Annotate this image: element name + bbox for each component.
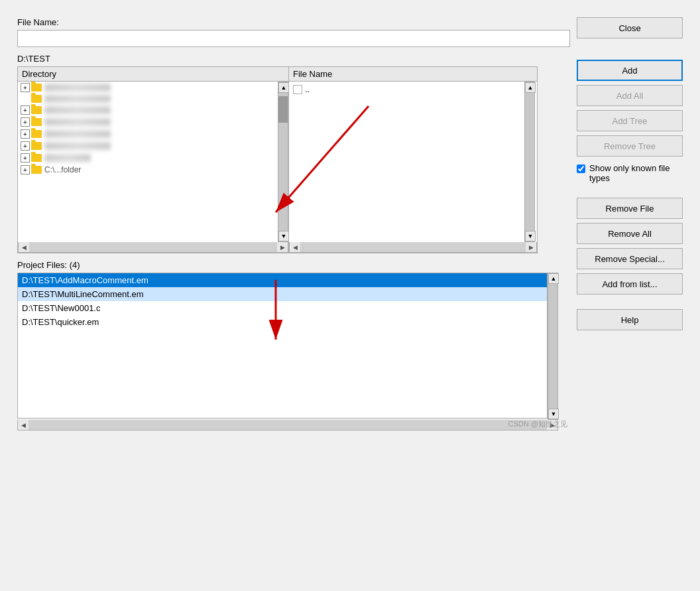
tree-item-label [44, 95, 111, 103]
project-file-item[interactable]: D:\TEST\AddMacroComment.em [18, 273, 547, 287]
expand-icon: + [21, 117, 30, 127]
left-content: File Name: D:\TEST Directory + [17, 17, 570, 430]
file-scroll-wrapper: .. ▲ ▼ [289, 82, 537, 242]
add-from-list-button[interactable]: Add from list... [577, 273, 683, 295]
spacer [577, 42, 683, 56]
add-tree-button[interactable]: Add Tree [577, 110, 683, 131]
file-name-row [17, 30, 570, 47]
file-scroll-down[interactable]: ▼ [525, 231, 536, 241]
dir-hscroll-track [29, 242, 277, 252]
file-name-input[interactable] [17, 30, 570, 47]
dir-scroll-up[interactable]: ▲ [278, 82, 289, 93]
folder-icon [31, 130, 42, 138]
project-files-list[interactable]: D:\TEST\AddMacroComment.em D:\TEST\Multi… [17, 273, 548, 419]
help-button[interactable]: Help [577, 309, 683, 330]
file-hscroll-right[interactable]: ▶ [526, 242, 536, 253]
file-hscroll[interactable]: ◀ ▶ [289, 242, 537, 253]
dir-scroll-wrapper: + + [18, 82, 288, 242]
file-hscroll-left[interactable]: ◀ [290, 242, 300, 253]
folder-icon [31, 95, 42, 103]
file-panel-content[interactable]: .. [289, 82, 524, 241]
tree-item-label [44, 106, 111, 114]
tree-item-label: C:\...folder [44, 165, 81, 174]
file-scroll-up[interactable]: ▲ [525, 82, 536, 93]
file-panel: File Name .. ▲ [289, 66, 538, 253]
tree-item[interactable]: + C:\...folder [18, 164, 278, 176]
folder-icon [31, 166, 42, 174]
file-item-label: .. [305, 84, 310, 94]
remove-all-button[interactable]: Remove All [577, 223, 683, 244]
directory-panel-content[interactable]: + + [18, 82, 278, 241]
tree-item[interactable]: + [18, 140, 278, 152]
expand-icon: + [21, 83, 30, 92]
expand-icon: + [21, 153, 30, 163]
file-icon [293, 85, 302, 94]
folder-icon [31, 142, 42, 150]
expand-icon: + [21, 105, 30, 115]
show-known-types-checkbox[interactable] [577, 164, 585, 173]
remove-file-button[interactable]: Remove File [577, 198, 683, 219]
project-files-hscroll[interactable]: ◀ ▶ [17, 420, 558, 430]
dir-scroll-thumb [278, 96, 288, 123]
spacer3 [577, 298, 683, 305]
directory-panel-header: Directory [18, 67, 288, 82]
tree-item-label [44, 84, 111, 92]
project-files-scroll-track [548, 284, 557, 409]
tree-item[interactable] [18, 94, 278, 104]
path-label: D:\TEST [17, 54, 570, 64]
dir-hscroll[interactable]: ◀ ▶ [18, 242, 288, 253]
dir-scroll-track [278, 93, 288, 231]
show-known-types-row: Show only known file types [577, 163, 683, 183]
file-hscroll-track [300, 242, 526, 252]
tree-item[interactable]: + [18, 152, 278, 164]
project-files-header: Project Files: (4) [17, 260, 570, 270]
panels-area: Directory + [17, 66, 570, 253]
directory-panel: Directory + [17, 66, 289, 253]
tree-item[interactable]: + [18, 82, 278, 94]
dir-vscrollbar[interactable]: ▲ ▼ [278, 82, 288, 242]
spacer2 [577, 187, 683, 194]
expand-icon: + [21, 165, 30, 174]
remove-tree-button[interactable]: Remove Tree [577, 135, 683, 157]
project-files-scroll-area: D:\TEST\AddMacroComment.em D:\TEST\Multi… [17, 273, 570, 430]
project-files-hscroll-track [29, 420, 547, 430]
folder-icon [31, 84, 42, 92]
project-files-list-wrapper: D:\TEST\AddMacroComment.em D:\TEST\Multi… [17, 273, 570, 420]
project-files-vscrollbar[interactable]: ▲ ▼ [548, 273, 558, 420]
file-panel-header: File Name [289, 67, 537, 82]
remove-special-button[interactable]: Remove Special... [577, 248, 683, 269]
folder-icon [31, 106, 42, 114]
tree-item-label [44, 154, 91, 162]
tree-item-label [44, 142, 111, 150]
project-files-scroll-down[interactable]: ▼ [548, 409, 559, 419]
right-sidebar: Close Add Add All Add Tree Remove Tree S… [577, 17, 683, 430]
main-dialog: File Name: D:\TEST Directory + [11, 11, 689, 437]
dir-hscroll-left[interactable]: ◀ [19, 242, 29, 253]
file-item[interactable]: .. [290, 83, 523, 96]
dir-hscroll-right[interactable]: ▶ [277, 242, 288, 253]
project-files-scroll-up[interactable]: ▲ [548, 273, 559, 284]
tree-item-label [44, 118, 111, 126]
add-all-button[interactable]: Add All [577, 85, 683, 106]
show-known-types-label: Show only known file types [589, 163, 683, 183]
dir-scroll-down[interactable]: ▼ [278, 231, 289, 241]
tree-item[interactable]: + [18, 128, 278, 140]
tree-item-label [44, 130, 111, 138]
project-file-item[interactable]: D:\TEST\quicker.em [18, 315, 547, 329]
panels-container: Directory + [17, 66, 570, 253]
tree-item[interactable]: + [18, 104, 278, 116]
file-scroll-track [525, 93, 534, 231]
folder-icon [31, 118, 42, 126]
file-vscrollbar[interactable]: ▲ ▼ [524, 82, 535, 242]
folder-icon [31, 154, 42, 162]
tree-item[interactable]: + [18, 116, 278, 128]
project-files-hscroll-left[interactable]: ◀ [18, 420, 29, 430]
project-files-area: Project Files: (4) D:\TEST\AddMacroComme… [17, 260, 570, 430]
close-button[interactable]: Close [577, 17, 683, 38]
expand-icon: + [21, 129, 30, 139]
file-name-label: File Name: [17, 17, 570, 27]
add-button[interactable]: Add [577, 60, 683, 81]
expand-icon: + [21, 141, 30, 151]
project-file-item[interactable]: D:\TEST\MultiLineComment.em [18, 287, 547, 301]
project-file-item[interactable]: D:\TEST\New0001.c [18, 301, 547, 315]
